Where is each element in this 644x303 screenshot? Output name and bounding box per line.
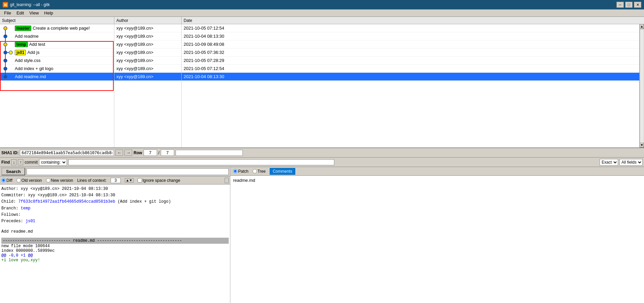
author-row-7[interactable]: xyy <xyy@189.cn>: [114, 73, 181, 81]
search-input[interactable]: [27, 168, 229, 175]
row-total-input[interactable]: [161, 149, 174, 156]
branch-line: Branch: temp: [1, 205, 229, 212]
commit-row-5[interactable]: Add style.css: [0, 57, 114, 65]
menu-edit[interactable]: Edit: [14, 10, 27, 16]
graph-svg-6: [1, 65, 15, 73]
diff-label: Diff: [6, 178, 12, 183]
branch-tag-js01: js01: [15, 50, 26, 55]
window-controls[interactable]: ─ □ ✕: [616, 2, 641, 8]
search-button[interactable]: Search: [1, 168, 25, 175]
author-row-1[interactable]: xyy <xyy@189.cn>: [114, 24, 181, 32]
find-input[interactable]: [68, 159, 334, 165]
menu-file[interactable]: File: [1, 10, 14, 16]
next-commit-btn[interactable]: →: [124, 149, 132, 156]
author-row-4[interactable]: xyy <xyy@189.cn>: [114, 48, 181, 57]
commit-msg-3: Add test: [29, 42, 45, 47]
context-spinner[interactable]: ▲▼: [125, 178, 134, 182]
context-lines-input[interactable]: [111, 178, 121, 183]
commit-row-6[interactable]: Add index + git logo: [0, 65, 114, 73]
author-row-2[interactable]: xyy <xyy@189.cn>: [114, 32, 181, 40]
date-row-2[interactable]: 2021-10-04 08:13:30: [182, 32, 639, 40]
graph-svg-5: [1, 57, 15, 65]
titlebar: 🔀 git_learning: --all - gitk ─ □ ✕: [0, 0, 644, 9]
commit-msg-2: Add readme: [15, 34, 39, 39]
app-title: git_learning: --all - gitk: [10, 2, 50, 7]
date-row-7[interactable]: 2021-10-04 08:13:30: [182, 73, 639, 81]
patch-option[interactable]: Patch: [233, 169, 249, 174]
row-progress-bar: [176, 150, 243, 156]
precedes-label: Precedes:: [1, 219, 23, 224]
app-icon: 🔀: [3, 2, 8, 7]
patch-radio[interactable]: [233, 169, 237, 173]
child-label: Child:: [1, 199, 16, 204]
tree-label: Tree: [258, 169, 266, 174]
svg-point-5: [4, 43, 7, 46]
branch-tag-master: master: [15, 26, 31, 31]
old-version-radio[interactable]: [16, 178, 21, 182]
files-panel: readme.md: [230, 176, 644, 303]
commit-meta: Author: xyy <xyy@189.cn> 2021-10-04 08:1…: [1, 186, 229, 235]
diff-content: Author: xyy <xyy@189.cn> 2021-10-04 08:1…: [0, 184, 230, 303]
tree-radio[interactable]: [253, 169, 257, 173]
find-type-label: commit: [25, 160, 38, 165]
diff-radio-option[interactable]: Diff: [1, 178, 12, 183]
find-exact-select[interactable]: Exact: [600, 159, 618, 166]
col-header-subject: Subject: [0, 17, 114, 24]
diff-options-bar: Diff Old version New version Lines of co…: [0, 176, 230, 184]
commit-msg-1: Create a complete web page!: [33, 26, 90, 31]
date-row-1[interactable]: 2021-10-05 07:12:54: [182, 24, 639, 32]
scroll-up-btn[interactable]: ▲: [640, 24, 644, 29]
commit-row-3[interactable]: temp Add test: [0, 40, 114, 48]
minimize-button[interactable]: ─: [616, 2, 624, 8]
scroll-track: [640, 29, 644, 142]
tree-option[interactable]: Tree: [253, 169, 266, 174]
graph-msg-column: master Create a complete web page! Add r…: [0, 24, 114, 147]
find-up-btn[interactable]: ↑: [18, 159, 23, 165]
diff-separator: ---------------------------- readme.md -…: [1, 238, 229, 244]
author-row-6[interactable]: xyy <xyy@189.cn>: [114, 65, 181, 73]
diff-radio[interactable]: [1, 178, 6, 182]
commit-row-1[interactable]: master Create a complete web page!: [0, 24, 114, 32]
row-current-input[interactable]: [144, 149, 157, 156]
commit-row-4[interactable]: js01 Add js: [0, 48, 114, 57]
author-line: Author: xyy <xyy@189.cn> 2021-10-04 08:1…: [1, 186, 229, 192]
child-hash-link[interactable]: 7f633c8fb14972aa1fb64665d954ccad8581b3eb: [18, 199, 115, 204]
commit-row-2[interactable]: Add readme: [0, 32, 114, 40]
menu-help[interactable]: Help: [41, 10, 56, 16]
maximize-button[interactable]: □: [625, 2, 633, 8]
new-version-radio[interactable]: [46, 178, 50, 182]
author-row-5[interactable]: xyy <xyy@189.cn>: [114, 57, 181, 65]
svg-point-8: [4, 51, 7, 54]
menu-view[interactable]: View: [27, 10, 41, 16]
new-version-option[interactable]: New version: [46, 178, 73, 183]
comments-tab[interactable]: Comments: [270, 168, 295, 175]
graph-svg-4: [1, 48, 15, 57]
date-row-5[interactable]: 2021-10-05 07:28:29: [182, 57, 639, 65]
close-button[interactable]: ✕: [634, 2, 641, 8]
vertical-scrollbar[interactable]: ▲ ▼: [639, 24, 644, 147]
diff-add-line: +i love you,xyy!: [1, 258, 229, 263]
author-row-3[interactable]: xyy <xyy@189.cn>: [114, 40, 181, 48]
prev-commit-btn[interactable]: ←: [115, 149, 123, 156]
commit-msg-6: Add index + git logo: [15, 66, 53, 71]
find-label: Find: [1, 160, 10, 165]
date-row-3[interactable]: 2021-10-09 08:49:08: [182, 40, 639, 48]
find-fields-select[interactable]: All fields: [619, 159, 643, 166]
commit-row-7[interactable]: Add readme.md: [0, 73, 114, 81]
old-version-option[interactable]: Old version: [16, 178, 42, 183]
lower-section: Search Diff Old version New version Line…: [0, 167, 644, 303]
date-row-6[interactable]: 2021-10-05 07:12:54: [182, 65, 639, 73]
branch-link[interactable]: temp: [21, 206, 31, 211]
old-version-label: Old version: [22, 178, 42, 183]
precedes-link[interactable]: js01: [26, 219, 35, 224]
sha1-input[interactable]: [20, 150, 114, 156]
find-row: Find ↓ ↑ commit containing: Exact All fi…: [0, 158, 644, 167]
ignore-space-option[interactable]: Ignore space change: [138, 178, 180, 183]
scroll-down-btn[interactable]: ▼: [640, 143, 644, 147]
diff-mode-line: new file mode 100644: [1, 244, 229, 248]
date-row-4[interactable]: 2021-10-05 07:36:32: [182, 48, 639, 57]
find-containing-select[interactable]: containing:: [39, 159, 67, 166]
ignore-space-checkbox[interactable]: [138, 178, 142, 182]
file-item-readme[interactable]: readme.md: [232, 177, 643, 183]
find-down-btn[interactable]: ↓: [11, 159, 16, 165]
